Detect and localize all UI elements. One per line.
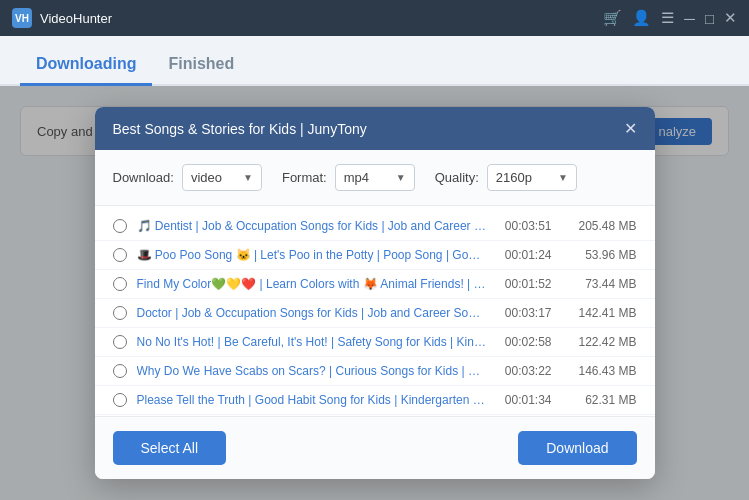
quality-value: 2160p bbox=[496, 170, 532, 185]
quality-select[interactable]: 2160p ▼ bbox=[487, 164, 577, 191]
tab-finished[interactable]: Finished bbox=[152, 45, 250, 86]
song-item: 🎵 Dentist | Job & Occupation Songs for K… bbox=[95, 212, 655, 241]
song-item: Please Tell the Truth | Good Habit Song … bbox=[95, 386, 655, 415]
download-type-group: Download: video ▼ bbox=[113, 164, 262, 191]
app-icon: VH bbox=[12, 8, 32, 28]
song-duration: 00:03:51 bbox=[497, 219, 552, 233]
download-type-select[interactable]: video ▼ bbox=[182, 164, 262, 191]
song-radio[interactable] bbox=[113, 393, 127, 407]
download-type-value: video bbox=[191, 170, 222, 185]
song-duration: 00:03:22 bbox=[497, 364, 552, 378]
download-label: Download: bbox=[113, 170, 174, 185]
quality-label: Quality: bbox=[435, 170, 479, 185]
modal-dialog: Best Songs & Stories for Kids | JunyTony… bbox=[95, 107, 655, 479]
song-duration: 00:03:17 bbox=[497, 306, 552, 320]
song-item: Find My Color💚💛❤️ | Learn Colors with 🦊 … bbox=[95, 270, 655, 299]
song-radio[interactable] bbox=[113, 306, 127, 320]
main-area: Downloading Finished Copy and nalyze Bes… bbox=[0, 36, 749, 500]
tab-downloading[interactable]: Downloading bbox=[20, 45, 152, 86]
title-bar-left: VH VideoHunter bbox=[12, 8, 112, 28]
modal-header: Best Songs & Stories for Kids | JunyTony… bbox=[95, 107, 655, 150]
song-duration: 00:01:34 bbox=[497, 393, 552, 407]
song-item: 🎩 Poo Poo Song 🐱 | Let's Poo in the Pott… bbox=[95, 241, 655, 270]
format-value: mp4 bbox=[344, 170, 369, 185]
song-radio[interactable] bbox=[113, 277, 127, 291]
song-size: 73.44 MB bbox=[562, 277, 637, 291]
song-item: Doctor | Job & Occupation Songs for Kids… bbox=[95, 299, 655, 328]
download-button[interactable]: Download bbox=[518, 431, 636, 465]
song-title[interactable]: Why Do We Have Scabs on Scars? | Curious… bbox=[137, 364, 487, 378]
song-duration: 00:01:24 bbox=[497, 248, 552, 262]
format-select[interactable]: mp4 ▼ bbox=[335, 164, 415, 191]
tabs: Downloading Finished bbox=[0, 36, 749, 86]
download-chevron-icon: ▼ bbox=[243, 172, 253, 183]
cart-icon[interactable]: 🛒 bbox=[603, 9, 622, 27]
song-title[interactable]: Find My Color💚💛❤️ | Learn Colors with 🦊 … bbox=[137, 277, 487, 291]
modal-footer: Select All Download bbox=[95, 416, 655, 479]
close-button[interactable]: ✕ bbox=[724, 9, 737, 27]
quality-group: Quality: 2160p ▼ bbox=[435, 164, 577, 191]
app-name: VideoHunter bbox=[40, 11, 112, 26]
song-size: 205.48 MB bbox=[562, 219, 637, 233]
song-title[interactable]: 🎩 Poo Poo Song 🐱 | Let's Poo in the Pott… bbox=[137, 248, 487, 262]
minimize-button[interactable]: ─ bbox=[684, 10, 695, 27]
song-size: 62.31 MB bbox=[562, 393, 637, 407]
song-title[interactable]: 🎵 Dentist | Job & Occupation Songs for K… bbox=[137, 219, 487, 233]
song-title[interactable]: No No It's Hot! | Be Careful, It's Hot! … bbox=[137, 335, 487, 349]
modal-title: Best Songs & Stories for Kids | JunyTony bbox=[113, 121, 367, 137]
modal-controls: Download: video ▼ Format: mp4 ▼ bbox=[95, 150, 655, 206]
format-group: Format: mp4 ▼ bbox=[282, 164, 415, 191]
modal-close-button[interactable]: ✕ bbox=[624, 119, 637, 138]
song-radio[interactable] bbox=[113, 219, 127, 233]
menu-icon[interactable]: ☰ bbox=[661, 9, 674, 27]
user-icon[interactable]: 👤 bbox=[632, 9, 651, 27]
title-bar-right: 🛒 👤 ☰ ─ □ ✕ bbox=[603, 9, 737, 27]
song-title[interactable]: Please Tell the Truth | Good Habit Song … bbox=[137, 393, 487, 407]
song-duration: 00:01:52 bbox=[497, 277, 552, 291]
song-size: 142.41 MB bbox=[562, 306, 637, 320]
song-item: Why Do We Have Scabs on Scars? | Curious… bbox=[95, 357, 655, 386]
song-size: 122.42 MB bbox=[562, 335, 637, 349]
song-radio[interactable] bbox=[113, 248, 127, 262]
song-duration: 00:02:58 bbox=[497, 335, 552, 349]
song-title[interactable]: Doctor | Job & Occupation Songs for Kids… bbox=[137, 306, 487, 320]
maximize-button[interactable]: □ bbox=[705, 10, 714, 27]
song-list: 🎵 Dentist | Job & Occupation Songs for K… bbox=[95, 206, 655, 416]
song-size: 146.43 MB bbox=[562, 364, 637, 378]
modal-overlay: Best Songs & Stories for Kids | JunyTony… bbox=[0, 86, 749, 500]
title-bar: VH VideoHunter 🛒 👤 ☰ ─ □ ✕ bbox=[0, 0, 749, 36]
song-radio[interactable] bbox=[113, 364, 127, 378]
content-area: Copy and nalyze Best Songs & Stories for… bbox=[0, 86, 749, 500]
song-size: 53.96 MB bbox=[562, 248, 637, 262]
format-label: Format: bbox=[282, 170, 327, 185]
quality-chevron-icon: ▼ bbox=[558, 172, 568, 183]
format-chevron-icon: ▼ bbox=[396, 172, 406, 183]
song-item: No No It's Hot! | Be Careful, It's Hot! … bbox=[95, 328, 655, 357]
select-all-button[interactable]: Select All bbox=[113, 431, 227, 465]
song-radio[interactable] bbox=[113, 335, 127, 349]
